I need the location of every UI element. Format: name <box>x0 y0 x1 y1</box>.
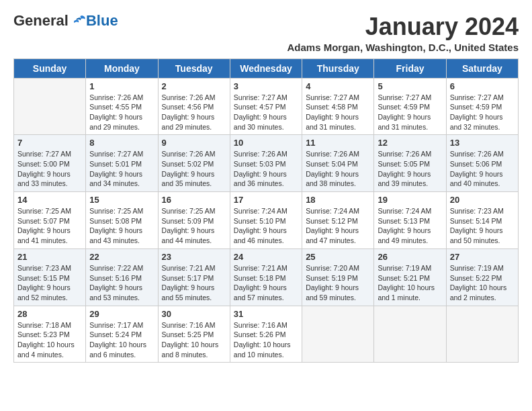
page-container: General Blue January 2024 Adams Morgan, … <box>0 0 532 369</box>
calendar-cell: 26Sunrise: 7:19 AMSunset: 5:21 PMDayligh… <box>374 248 446 306</box>
calendar-cell: 12Sunrise: 7:26 AMSunset: 5:05 PMDayligh… <box>374 135 446 192</box>
day-number: 27 <box>450 252 515 262</box>
day-info: Sunrise: 7:25 AMSunset: 5:08 PMDaylight:… <box>89 206 154 246</box>
day-info: Sunrise: 7:27 AMSunset: 4:59 PMDaylight:… <box>450 93 515 132</box>
day-number: 8 <box>89 138 154 148</box>
logo-blue-text: Blue <box>86 13 118 28</box>
day-number: 5 <box>378 81 442 91</box>
day-info: Sunrise: 7:25 AMSunset: 5:07 PMDaylight:… <box>17 206 82 246</box>
day-info: Sunrise: 7:22 AMSunset: 5:16 PMDaylight:… <box>89 263 154 303</box>
day-number: 9 <box>162 138 226 148</box>
calendar-week-row: 7Sunrise: 7:27 AMSunset: 5:00 PMDaylight… <box>14 135 519 192</box>
day-number: 13 <box>450 138 515 148</box>
day-number: 17 <box>234 195 298 205</box>
calendar-header-monday: Monday <box>86 58 158 78</box>
day-info: Sunrise: 7:19 AMSunset: 5:21 PMDaylight:… <box>378 263 442 303</box>
day-info: Sunrise: 7:23 AMSunset: 5:14 PMDaylight:… <box>450 206 515 246</box>
day-number: 7 <box>17 138 82 148</box>
day-info: Sunrise: 7:16 AMSunset: 5:25 PMDaylight:… <box>162 320 226 360</box>
day-number: 26 <box>378 252 442 262</box>
calendar-table: SundayMondayTuesdayWednesdayThursdayFrid… <box>13 58 519 363</box>
calendar-cell: 17Sunrise: 7:24 AMSunset: 5:10 PMDayligh… <box>230 192 302 249</box>
day-info: Sunrise: 7:25 AMSunset: 5:09 PMDaylight:… <box>162 206 226 246</box>
day-info: Sunrise: 7:24 AMSunset: 5:10 PMDaylight:… <box>234 206 298 246</box>
day-number: 15 <box>89 195 154 205</box>
day-info: Sunrise: 7:26 AMSunset: 4:55 PMDaylight:… <box>89 93 154 132</box>
calendar-cell: 2Sunrise: 7:26 AMSunset: 4:56 PMDaylight… <box>158 78 230 135</box>
calendar-cell: 30Sunrise: 7:16 AMSunset: 5:25 PMDayligh… <box>158 306 230 363</box>
day-number: 18 <box>306 195 370 205</box>
day-number: 16 <box>162 195 226 205</box>
calendar-header-saturday: Saturday <box>446 58 518 78</box>
day-info: Sunrise: 7:27 AMSunset: 4:59 PMDaylight:… <box>378 93 442 132</box>
calendar-cell: 18Sunrise: 7:24 AMSunset: 5:12 PMDayligh… <box>302 192 374 249</box>
calendar-cell: 6Sunrise: 7:27 AMSunset: 4:59 PMDaylight… <box>446 78 518 135</box>
day-info: Sunrise: 7:21 AMSunset: 5:17 PMDaylight:… <box>162 263 226 303</box>
logo-bird-icon <box>70 14 86 28</box>
day-number: 3 <box>234 81 298 91</box>
calendar-cell: 13Sunrise: 7:26 AMSunset: 5:06 PMDayligh… <box>446 135 518 192</box>
calendar-cell <box>446 306 518 363</box>
calendar-header-tuesday: Tuesday <box>158 58 230 78</box>
calendar-cell: 7Sunrise: 7:27 AMSunset: 5:00 PMDaylight… <box>14 135 86 192</box>
logo: General Blue <box>13 13 118 28</box>
day-info: Sunrise: 7:26 AMSunset: 4:56 PMDaylight:… <box>162 93 226 132</box>
calendar-cell: 10Sunrise: 7:26 AMSunset: 5:03 PMDayligh… <box>230 135 302 192</box>
calendar-cell: 5Sunrise: 7:27 AMSunset: 4:59 PMDaylight… <box>374 78 446 135</box>
day-info: Sunrise: 7:26 AMSunset: 5:03 PMDaylight:… <box>234 149 298 189</box>
calendar-cell: 27Sunrise: 7:19 AMSunset: 5:22 PMDayligh… <box>446 248 518 306</box>
calendar-cell: 16Sunrise: 7:25 AMSunset: 5:09 PMDayligh… <box>158 192 230 249</box>
day-number: 21 <box>17 252 82 262</box>
calendar-cell <box>302 306 374 363</box>
day-info: Sunrise: 7:24 AMSunset: 5:12 PMDaylight:… <box>306 206 370 246</box>
day-info: Sunrise: 7:26 AMSunset: 5:05 PMDaylight:… <box>378 149 442 189</box>
calendar-cell: 31Sunrise: 7:16 AMSunset: 5:26 PMDayligh… <box>230 306 302 363</box>
header: General Blue January 2024 Adams Morgan, … <box>13 13 519 53</box>
day-info: Sunrise: 7:26 AMSunset: 5:02 PMDaylight:… <box>162 149 226 189</box>
day-number: 11 <box>306 138 370 148</box>
day-number: 12 <box>378 138 442 148</box>
calendar-cell: 23Sunrise: 7:21 AMSunset: 5:17 PMDayligh… <box>158 248 230 306</box>
calendar-cell: 21Sunrise: 7:23 AMSunset: 5:15 PMDayligh… <box>14 248 86 306</box>
calendar-week-row: 28Sunrise: 7:18 AMSunset: 5:23 PMDayligh… <box>14 306 519 363</box>
calendar-cell: 22Sunrise: 7:22 AMSunset: 5:16 PMDayligh… <box>86 248 158 306</box>
day-number: 4 <box>306 81 370 91</box>
calendar-cell: 9Sunrise: 7:26 AMSunset: 5:02 PMDaylight… <box>158 135 230 192</box>
day-number: 23 <box>162 252 226 262</box>
day-info: Sunrise: 7:27 AMSunset: 4:58 PMDaylight:… <box>306 93 370 132</box>
day-info: Sunrise: 7:26 AMSunset: 5:04 PMDaylight:… <box>306 149 370 189</box>
month-title: January 2024 <box>287 13 519 40</box>
day-number: 22 <box>89 252 154 262</box>
day-number: 2 <box>162 81 226 91</box>
day-info: Sunrise: 7:17 AMSunset: 5:24 PMDaylight:… <box>89 320 154 360</box>
day-info: Sunrise: 7:26 AMSunset: 5:06 PMDaylight:… <box>450 149 515 189</box>
day-number: 29 <box>89 309 154 319</box>
calendar-header-friday: Friday <box>374 58 446 78</box>
title-block: January 2024 Adams Morgan, Washington, D… <box>287 13 519 53</box>
calendar-cell: 15Sunrise: 7:25 AMSunset: 5:08 PMDayligh… <box>86 192 158 249</box>
day-info: Sunrise: 7:20 AMSunset: 5:19 PMDaylight:… <box>306 263 370 303</box>
calendar-header-thursday: Thursday <box>302 58 374 78</box>
day-info: Sunrise: 7:27 AMSunset: 4:57 PMDaylight:… <box>234 93 298 132</box>
calendar-cell: 19Sunrise: 7:24 AMSunset: 5:13 PMDayligh… <box>374 192 446 249</box>
day-info: Sunrise: 7:27 AMSunset: 5:01 PMDaylight:… <box>89 149 154 189</box>
calendar-header-wednesday: Wednesday <box>230 58 302 78</box>
calendar-cell: 25Sunrise: 7:20 AMSunset: 5:19 PMDayligh… <box>302 248 374 306</box>
calendar-cell <box>14 78 86 135</box>
calendar-header-row: SundayMondayTuesdayWednesdayThursdayFrid… <box>14 58 519 78</box>
calendar-header-sunday: Sunday <box>14 58 86 78</box>
day-number: 6 <box>450 81 515 91</box>
day-number: 19 <box>378 195 442 205</box>
day-number: 25 <box>306 252 370 262</box>
calendar-cell: 8Sunrise: 7:27 AMSunset: 5:01 PMDaylight… <box>86 135 158 192</box>
day-number: 20 <box>450 195 515 205</box>
calendar-week-row: 21Sunrise: 7:23 AMSunset: 5:15 PMDayligh… <box>14 248 519 306</box>
logo-general-text: General <box>13 13 69 28</box>
calendar-week-row: 1Sunrise: 7:26 AMSunset: 4:55 PMDaylight… <box>14 78 519 135</box>
day-number: 14 <box>17 195 82 205</box>
calendar-body: 1Sunrise: 7:26 AMSunset: 4:55 PMDaylight… <box>14 78 519 363</box>
day-number: 1 <box>89 81 154 91</box>
day-info: Sunrise: 7:21 AMSunset: 5:18 PMDaylight:… <box>234 263 298 303</box>
day-number: 28 <box>17 309 82 319</box>
calendar-week-row: 14Sunrise: 7:25 AMSunset: 5:07 PMDayligh… <box>14 192 519 249</box>
